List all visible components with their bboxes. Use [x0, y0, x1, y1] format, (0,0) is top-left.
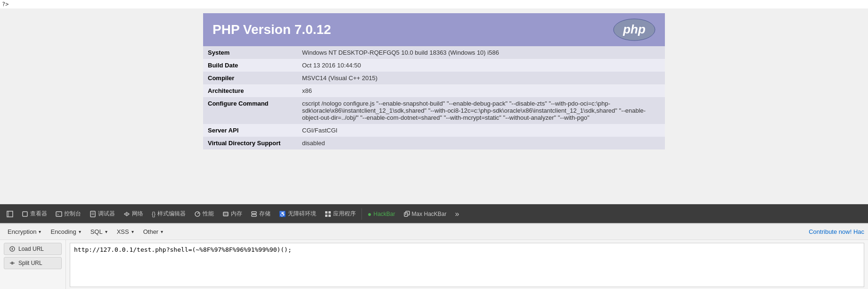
table-cell-value: Oct 13 2016 10:44:50	[297, 59, 665, 72]
php-banner: PHP Version 7.0.12 php	[203, 13, 665, 46]
top-code: ?>	[0, 0, 868, 8]
table-cell-value: disabled	[297, 137, 665, 149]
table-cell-label: Architecture	[203, 84, 297, 97]
table-cell-value: Windows NT DESKTOP-RQEFGQ5 10.0 build 18…	[297, 46, 665, 59]
php-info-table: SystemWindows NT DESKTOP-RQEFGQ5 10.0 bu…	[203, 46, 665, 149]
table-cell-label: Build Date	[203, 59, 297, 72]
table-row: Virtual Directory Supportdisabled	[203, 137, 665, 149]
table-cell-label: Compiler	[203, 72, 297, 84]
table-cell-value: MSVC14 (Visual C++ 2015)	[297, 72, 665, 84]
svg-text:php: php	[622, 22, 646, 36]
table-row: Configure Commandcscript /nologo configu…	[203, 97, 665, 124]
table-cell-value: cscript /nologo configure.js "--enable-s…	[297, 97, 665, 124]
table-cell-value: x86	[297, 84, 665, 97]
table-cell-label: Configure Command	[203, 97, 297, 124]
php-logo: php	[613, 18, 655, 41]
table-row: Server APICGI/FastCGI	[203, 124, 665, 137]
table-cell-label: Server API	[203, 124, 297, 137]
table-row: Build DateOct 13 2016 10:44:50	[203, 59, 665, 72]
php-version-title: PHP Version 7.0.12	[213, 22, 331, 37]
table-row: SystemWindows NT DESKTOP-RQEFGQ5 10.0 bu…	[203, 46, 665, 59]
table-cell-label: System	[203, 46, 297, 59]
table-cell-value: CGI/FastCGI	[297, 124, 665, 137]
table-cell-label: Virtual Directory Support	[203, 137, 297, 149]
table-row: CompilerMSVC14 (Visual C++ 2015)	[203, 72, 665, 84]
table-row: Architecturex86	[203, 84, 665, 97]
